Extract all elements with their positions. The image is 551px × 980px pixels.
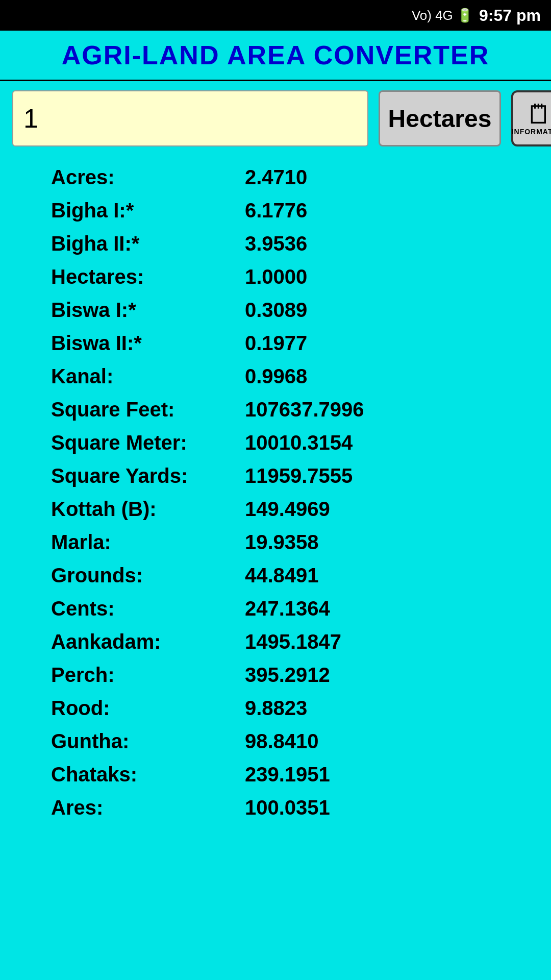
number-input[interactable]: [12, 90, 368, 146]
unit-selector-button[interactable]: Hectares: [379, 90, 501, 146]
result-row: Cents:247.1364: [51, 592, 531, 625]
info-label: INFORMATION: [512, 128, 551, 136]
result-label: Marla:: [51, 531, 245, 554]
document-icon: 🗒: [526, 101, 551, 128]
app-title: AGRI-LAND AREA CONVERTER: [5, 40, 546, 70]
result-row: Perch:395.2912: [51, 658, 531, 692]
result-value: 10010.3154: [245, 431, 353, 454]
result-row: Square Yards:11959.7555: [51, 459, 531, 493]
result-row: Bigha I:*6.1776: [51, 194, 531, 227]
result-row: Guntha:98.8410: [51, 725, 531, 758]
result-row: Kanal:0.9968: [51, 360, 531, 393]
result-label: Kottah (B):: [51, 498, 245, 521]
info-button[interactable]: 🗒 INFORMATION: [511, 90, 551, 146]
result-row: Hectares:1.0000: [51, 260, 531, 293]
status-bar: Vo) 4G 🔋 9:57 pm: [0, 0, 551, 31]
result-row: Acres:2.4710: [51, 161, 531, 194]
result-value: 9.8823: [245, 697, 307, 720]
status-icons: Vo) 4G 🔋: [412, 8, 473, 23]
result-label: Hectares:: [51, 265, 245, 288]
result-row: Grounds:44.8491: [51, 559, 531, 592]
result-value: 44.8491: [245, 564, 319, 587]
result-label: Square Yards:: [51, 464, 245, 487]
result-row: Rood:9.8823: [51, 692, 531, 725]
result-row: Biswa I:*0.3089: [51, 293, 531, 327]
result-label: Ares:: [51, 796, 245, 819]
result-row: Kottah (B):149.4969: [51, 493, 531, 526]
result-row: Chataks:239.1951: [51, 758, 531, 791]
result-label: Bigha I:*: [51, 199, 245, 222]
result-value: 11959.7555: [245, 464, 353, 487]
result-value: 107637.7996: [245, 398, 364, 421]
result-value: 98.8410: [245, 730, 319, 753]
result-row: Square Meter:10010.3154: [51, 426, 531, 459]
result-label: Cents:: [51, 597, 245, 620]
result-value: 0.3089: [245, 299, 307, 322]
result-row: Aankadam:1495.1847: [51, 625, 531, 658]
result-value: 0.9968: [245, 365, 307, 388]
result-label: Square Feet:: [51, 398, 245, 421]
result-label: Rood:: [51, 697, 245, 720]
result-value: 2.4710: [245, 166, 307, 189]
input-row: Hectares 🗒 INFORMATION: [0, 81, 551, 156]
result-label: Aankadam:: [51, 630, 245, 653]
result-value: 0.1977: [245, 332, 307, 355]
result-label: Guntha:: [51, 730, 245, 753]
result-value: 247.1364: [245, 597, 330, 620]
result-value: 395.2912: [245, 664, 330, 687]
result-row: Bigha II:*3.9536: [51, 227, 531, 260]
results-table: Acres:2.4710Bigha I:*6.1776Bigha II:*3.9…: [0, 156, 551, 845]
result-row: Biswa II:*0.1977: [51, 327, 531, 360]
result-label: Bigha II:*: [51, 232, 245, 255]
result-row: Ares:100.0351: [51, 791, 531, 824]
result-value: 1.0000: [245, 265, 307, 288]
result-value: 100.0351: [245, 796, 330, 819]
status-time: 9:57 pm: [479, 6, 541, 25]
result-value: 19.9358: [245, 531, 319, 554]
result-value: 149.4969: [245, 498, 330, 521]
result-value: 6.1776: [245, 199, 307, 222]
result-row: Square Feet:107637.7996: [51, 393, 531, 426]
result-label: Acres:: [51, 166, 245, 189]
result-label: Chataks:: [51, 763, 245, 786]
result-label: Kanal:: [51, 365, 245, 388]
result-value: 3.9536: [245, 232, 307, 255]
result-label: Biswa I:*: [51, 299, 245, 322]
result-value: 239.1951: [245, 763, 330, 786]
result-value: 1495.1847: [245, 630, 341, 653]
result-label: Square Meter:: [51, 431, 245, 454]
title-bar: AGRI-LAND AREA CONVERTER: [0, 31, 551, 81]
result-row: Marla:19.9358: [51, 526, 531, 559]
result-label: Biswa II:*: [51, 332, 245, 355]
result-label: Perch:: [51, 664, 245, 687]
result-label: Grounds:: [51, 564, 245, 587]
